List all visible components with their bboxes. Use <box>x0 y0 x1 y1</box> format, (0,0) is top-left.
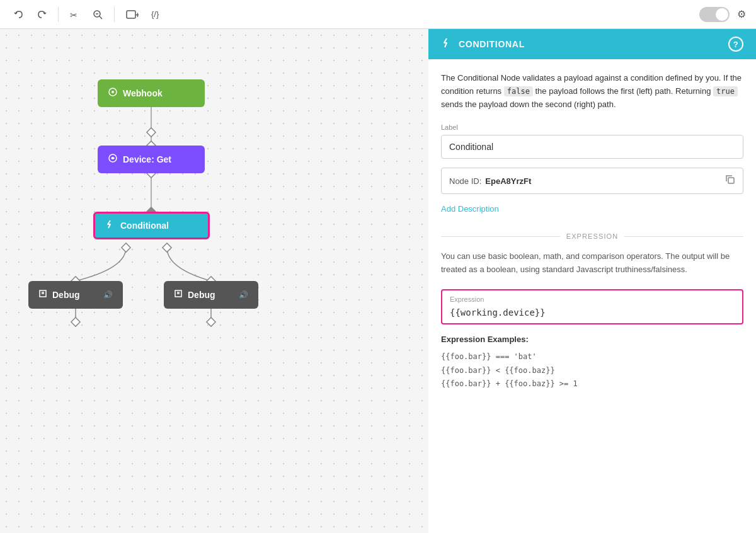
svg-rect-29 <box>728 178 734 183</box>
examples-code: {{foo.bar}} === 'bat' {{foo.bar}} < {{fo… <box>441 350 743 391</box>
toggle-switch[interactable] <box>699 7 730 22</box>
node-conditional-label: Conditional <box>120 221 169 231</box>
example-line-2: {{foo.bar}} < {{foo.baz}} <box>441 364 743 378</box>
node-debug1[interactable]: Debug 🔊 <box>28 281 123 309</box>
copy-icon[interactable] <box>725 175 735 187</box>
panel-header-title: CONDITIONAL <box>459 39 525 49</box>
zoom-button[interactable] <box>89 7 106 22</box>
debug1-icon <box>38 289 47 301</box>
debug2-icon <box>174 289 183 301</box>
node-conditional[interactable]: Conditional <box>93 212 210 239</box>
svg-rect-10 <box>147 128 156 137</box>
svg-text:+: + <box>135 11 139 20</box>
add-node-button[interactable]: + <box>122 7 142 22</box>
undo-button[interactable] <box>10 7 28 22</box>
expression-input[interactable] <box>450 307 735 318</box>
add-description-link[interactable]: Add Description <box>441 204 499 214</box>
expression-container: Expression <box>441 289 743 324</box>
svg-point-21 <box>112 91 114 93</box>
node-debug2[interactable]: Debug 🔊 <box>164 281 258 309</box>
help-button[interactable]: ? <box>728 37 743 52</box>
node-debug1-label: Debug <box>52 290 80 300</box>
debug1-audio-icon: 🔊 <box>103 290 113 299</box>
node-debug2-label: Debug <box>188 290 215 300</box>
svg-rect-15 <box>163 243 171 252</box>
redo-button[interactable] <box>33 7 50 22</box>
code-button[interactable]: {/} <box>147 7 163 21</box>
canvas[interactable]: Webhook Device: Get Conditional Debug 🔊 <box>0 29 428 533</box>
label-field-label: Label <box>441 123 743 131</box>
divider-2 <box>114 7 115 22</box>
svg-rect-4 <box>127 11 135 18</box>
examples-title: Expression Examples: <box>441 335 743 344</box>
toolbar: ✂ + {/} ⚙ <box>0 0 756 29</box>
debug2-audio-icon: 🔊 <box>239 290 248 299</box>
panel-header-icon <box>441 37 452 52</box>
node-device-label: Device: Get <box>123 154 171 164</box>
svg-rect-14 <box>122 243 130 252</box>
label-input[interactable] <box>441 135 743 159</box>
node-webhook-label: Webhook <box>123 88 163 98</box>
expression-description: You can use basic boolean, math, and com… <box>441 250 743 277</box>
example-line-3: {{foo.bar}} + {{foo.baz}} >= 1 <box>441 377 743 391</box>
device-icon <box>108 153 118 166</box>
expression-section-divider: EXPRESSION <box>441 232 743 240</box>
node-webhook[interactable]: Webhook <box>98 79 205 107</box>
panel-description: The Conditional Node validates a payload… <box>441 72 743 111</box>
svg-text:✂: ✂ <box>70 10 77 20</box>
right-panel: CONDITIONAL ? The Conditional Node valid… <box>428 29 756 533</box>
false-code: false <box>504 86 533 96</box>
svg-line-2 <box>100 16 102 19</box>
true-code: true <box>713 86 738 96</box>
expression-section-title: EXPRESSION <box>566 232 619 240</box>
node-id-row: Node ID: EpeA8YrzFt <box>441 168 743 194</box>
example-line-1: {{foo.bar}} === 'bat' <box>441 350 743 364</box>
expression-label: Expression <box>450 295 735 303</box>
main-area: Webhook Device: Get Conditional Debug 🔊 <box>0 29 756 533</box>
node-id-value: EpeA8YrzFt <box>485 176 531 186</box>
panel-body: The Conditional Node validates a payload… <box>428 59 756 533</box>
help-icon: ? <box>733 40 739 49</box>
cut-button[interactable]: ✂ <box>66 7 84 22</box>
svg-rect-19 <box>207 318 215 326</box>
panel-header: CONDITIONAL ? <box>428 29 756 59</box>
webhook-icon <box>108 87 118 100</box>
svg-rect-17 <box>71 318 80 326</box>
toggle-knob <box>716 8 728 21</box>
settings-icon: ⚙ <box>737 8 746 20</box>
divider-1 <box>58 7 59 22</box>
conditional-icon <box>105 219 115 232</box>
node-id-label: Node ID: <box>449 176 481 186</box>
node-device-get[interactable]: Device: Get <box>98 146 205 173</box>
